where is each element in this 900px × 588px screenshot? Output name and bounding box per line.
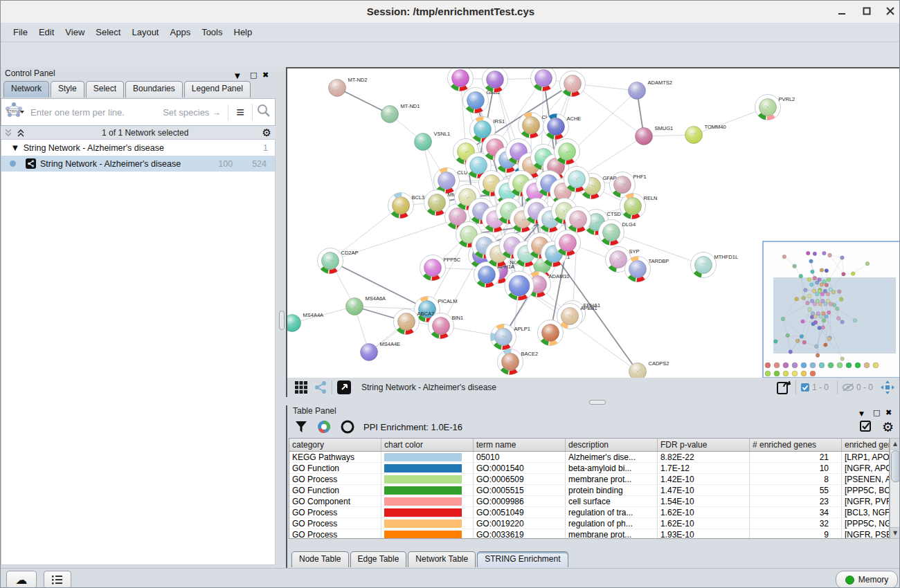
panel-float-icon[interactable]: □ <box>250 68 257 80</box>
network-node[interactable]: ADAMTS2 <box>629 80 672 100</box>
vertical-splitter[interactable] <box>277 67 286 568</box>
grid-view-icon[interactable] <box>294 380 308 394</box>
open-in-window-icon[interactable] <box>336 380 352 395</box>
panel-close-icon[interactable]: ✖ <box>262 68 269 80</box>
birdseye-view[interactable] <box>763 241 900 378</box>
string-search-icon[interactable] <box>252 104 275 120</box>
column-header[interactable]: category <box>289 439 381 452</box>
network-node[interactable] <box>557 68 588 99</box>
splitter-grip[interactable] <box>589 400 606 405</box>
menu-select[interactable]: Select <box>90 25 126 39</box>
tab-legend-panel[interactable]: Legend Panel <box>184 81 251 98</box>
birdseye-singleton-node <box>765 362 771 368</box>
scroll-up-button[interactable]: ▲ <box>890 439 900 450</box>
table-panel-title: Table Panel <box>293 406 336 416</box>
network-node[interactable]: APLP1 <box>488 322 530 352</box>
table-row[interactable]: GO ProcessGO:0019220regulation of ph...1… <box>289 518 890 529</box>
network-options-gear-icon[interactable]: ⚙ <box>262 127 271 139</box>
node-label: CLU <box>458 169 468 176</box>
set-species-link[interactable]: Set species → <box>163 107 228 118</box>
table-row[interactable]: GO ComponentGO:0009986cell surface1.54E-… <box>289 496 890 507</box>
network-canvas[interactable]: MT-ND2MT-ND1VSNL1GAB2IRS1CHATACHECLUMMEB… <box>286 67 900 378</box>
birdseye-viewport[interactable] <box>773 277 896 353</box>
network-node[interactable]: MS4A6A <box>346 295 386 315</box>
tab-boundaries[interactable]: Boundaries <box>125 81 183 98</box>
string-logo-dropdown[interactable]: STRING <box>1 102 26 122</box>
menu-apps[interactable]: Apps <box>165 25 197 39</box>
column-header[interactable]: term name <box>474 439 566 452</box>
network-node[interactable]: VSNL1 <box>415 131 451 151</box>
maximize-button[interactable] <box>858 5 876 19</box>
table-row[interactable]: GO FunctionGO:0001540beta-amyloid bi...1… <box>289 463 890 474</box>
table-row[interactable]: GO ProcessGO:0006509membrane prot...1.42… <box>289 474 890 485</box>
menu-view[interactable]: View <box>60 25 90 39</box>
cloud-button[interactable]: ☁ <box>6 571 37 588</box>
close-button[interactable] <box>881 5 899 19</box>
table-row[interactable]: KEGG Pathways05010Alzheimer's dise...8.8… <box>289 452 890 463</box>
task-list-button[interactable] <box>44 571 71 588</box>
menu-file[interactable]: File <box>8 25 33 39</box>
menu-tools[interactable]: Tools <box>196 25 228 39</box>
network-node[interactable] <box>528 68 559 93</box>
share-view-icon[interactable] <box>314 380 327 394</box>
tree-expand-icon[interactable]: ▼ <box>12 144 18 151</box>
splitter-grip[interactable] <box>279 311 285 330</box>
table-row[interactable]: GO ProcessGO:0033619membrane prot...1.93… <box>289 529 890 540</box>
tab-select[interactable]: Select <box>86 81 124 98</box>
select-columns-checkbox-icon[interactable] <box>860 421 872 433</box>
settings-gear-icon[interactable]: ⚙ <box>882 419 894 434</box>
network-node[interactable]: MS4A4E <box>361 341 401 361</box>
network-row[interactable]: String Network - Alzheimer's disease 100… <box>1 156 275 172</box>
network-node[interactable]: CADPS2 <box>629 360 669 378</box>
horizontal-splitter[interactable] <box>286 397 900 405</box>
network-node[interactable]: TOMM40 <box>685 124 726 144</box>
column-header[interactable]: description <box>566 439 658 452</box>
column-header[interactable]: # enriched genes <box>750 439 842 452</box>
network-node[interactable]: MS4A4A <box>287 312 323 332</box>
scroll-down-button[interactable]: ▼ <box>890 527 900 538</box>
expand-all-icon[interactable] <box>16 128 28 138</box>
network-node[interactable]: MT-ND1 <box>381 103 420 123</box>
tab-edge-table[interactable]: Edge Table <box>350 551 407 567</box>
minimize-button[interactable] <box>833 5 851 19</box>
scroll-thumb[interactable] <box>891 450 900 482</box>
network-node[interactable]: PPP5C <box>417 252 461 283</box>
column-header[interactable]: enriched genes <box>842 439 890 452</box>
network-node[interactable]: BACE2 <box>495 347 538 377</box>
cell-category: GO Component <box>289 496 381 507</box>
memory-button[interactable]: Memory <box>836 571 898 588</box>
filter-icon[interactable] <box>294 420 308 434</box>
enrichment-table[interactable]: categorychart colorterm namedescriptionF… <box>289 438 890 539</box>
network-node[interactable]: SMUG1 <box>636 125 674 145</box>
table-row[interactable]: GO ProcessGO:0051049regulation of tra...… <box>289 507 890 518</box>
menu-layout[interactable]: Layout <box>126 25 164 39</box>
table-header-row[interactable]: categorychart colorterm namedescriptionF… <box>289 439 890 452</box>
selected-checkbox-icon[interactable] <box>800 383 810 392</box>
column-header[interactable]: chart color <box>381 439 474 452</box>
tab-network[interactable]: Network <box>3 81 49 98</box>
tab-style[interactable]: Style <box>51 81 84 98</box>
tab-node-table[interactable]: Node Table <box>291 551 349 567</box>
menu-help[interactable]: Help <box>228 25 258 39</box>
chart-donut-icon[interactable] <box>316 419 332 434</box>
network-node[interactable]: MTHFD1L <box>691 252 739 278</box>
network-nodes[interactable]: MT-ND2MT-ND1VSNL1GAB2IRS1CHATACHECLUMMEB… <box>287 68 795 378</box>
export-view-icon[interactable] <box>776 380 791 395</box>
table-row[interactable]: GO FunctionGO:0005515protein binding1.47… <box>289 485 890 496</box>
navigator-compass-icon[interactable] <box>880 380 895 395</box>
panel-collapse-icon[interactable]: ▼ <box>235 68 240 81</box>
network-node[interactable]: BCL3 <box>386 190 424 221</box>
table-scrollbar[interactable]: ▲ ▼ <box>890 438 900 539</box>
string-options-menu-icon[interactable]: ≡ <box>228 104 252 120</box>
network-node[interactable]: PVRL2 <box>753 92 795 122</box>
hidden-eye-icon[interactable] <box>842 383 854 392</box>
network-node[interactable]: APBB1 <box>557 304 597 329</box>
collapse-all-icon[interactable] <box>3 128 16 138</box>
tab-string-enrichment[interactable]: STRING Enrichment <box>477 551 568 567</box>
string-query-input[interactable]: Enter one term per line. <box>26 107 163 118</box>
tab-network-table[interactable]: Network Table <box>408 551 476 567</box>
column-header[interactable]: FDR p-value <box>658 439 750 452</box>
ring-chart-icon[interactable] <box>340 419 355 434</box>
menu-edit[interactable]: Edit <box>33 25 60 39</box>
network-collection-row[interactable]: ▼ String Network - Alzheimer's disease 1 <box>1 140 275 156</box>
